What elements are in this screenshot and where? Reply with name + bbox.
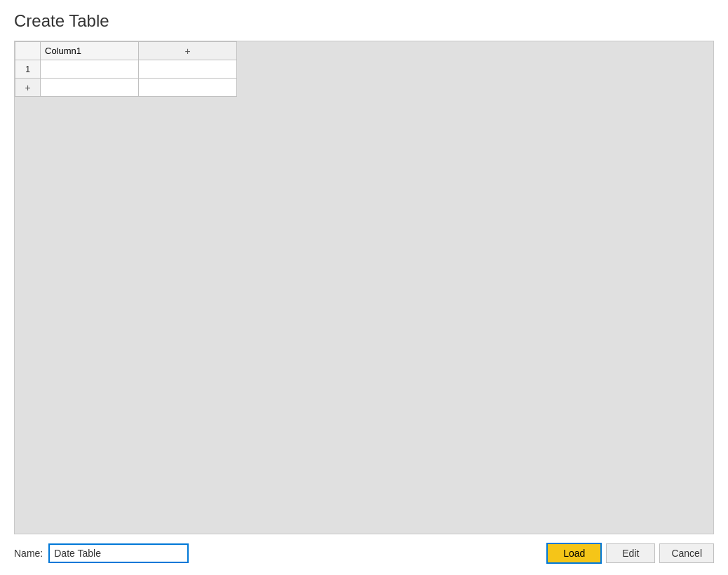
- add-column-button[interactable]: +: [139, 42, 237, 60]
- column1-header: Column1: [41, 42, 139, 60]
- edit-button[interactable]: Edit: [606, 543, 655, 563]
- bottom-bar: Name: Load Edit Cancel: [14, 543, 714, 564]
- add-row-button[interactable]: +: [15, 79, 41, 97]
- row-number-1: 1: [15, 60, 41, 79]
- name-label: Name:: [14, 548, 43, 559]
- add-row-cell: [41, 79, 139, 97]
- page-title: Create Table: [14, 11, 714, 31]
- cancel-button[interactable]: Cancel: [659, 543, 714, 563]
- row-num-header: [15, 42, 41, 60]
- add-row: +: [15, 79, 237, 97]
- action-buttons: Load Edit Cancel: [546, 543, 714, 564]
- name-input[interactable]: [48, 543, 189, 563]
- add-row-cell-extra: [139, 79, 237, 97]
- load-button[interactable]: Load: [546, 543, 602, 564]
- data-table: Column1 + 1 +: [15, 41, 237, 97]
- cell-1-extra: [139, 60, 237, 79]
- table-row: 1: [15, 60, 237, 79]
- cell-1-1[interactable]: [41, 60, 139, 79]
- table-area: Column1 + 1 +: [14, 41, 714, 534]
